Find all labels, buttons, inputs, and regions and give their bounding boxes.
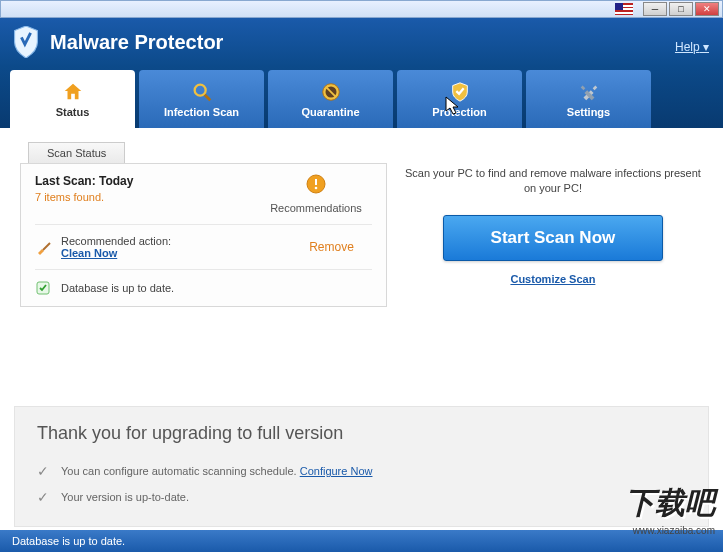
tools-icon	[578, 81, 600, 103]
tab-label: Quarantine	[301, 106, 359, 118]
svg-point-0	[194, 84, 205, 95]
tab-quarantine[interactable]: Quarantine	[268, 70, 393, 128]
scan-status-panel: Scan Status Last Scan: Today 7 items fou…	[20, 142, 387, 396]
upgrade-title: Thank you for upgrading to full version	[37, 423, 686, 444]
shield-check-icon	[449, 81, 471, 103]
remove-text[interactable]: Remove	[309, 240, 354, 254]
upgrade-row: ✓ Your version is up-to-date.	[37, 484, 686, 510]
check-icon: ✓	[37, 463, 49, 479]
tab-status[interactable]: Status	[10, 70, 135, 128]
check-icon: ✓	[37, 489, 49, 505]
window-titlebar: ─ □ ✕	[0, 0, 723, 18]
configure-now-link[interactable]: Configure Now	[300, 465, 373, 477]
svg-line-8	[43, 243, 50, 250]
items-found-text: 7 items found.	[35, 191, 133, 203]
app-title: Malware Protector	[50, 31, 223, 54]
upgrade-row: ✓ You can configure automatic scanning s…	[37, 458, 686, 484]
warning-icon	[306, 174, 326, 194]
scan-status-box: Last Scan: Today 7 items found. Recommen…	[20, 163, 387, 307]
tab-label: Protection	[432, 106, 486, 118]
svg-point-7	[315, 187, 318, 190]
minimize-button[interactable]: ─	[643, 2, 667, 16]
recommendations-label: Recommendations	[270, 202, 362, 214]
tab-protection[interactable]: Protection	[397, 70, 522, 128]
database-ok-icon	[35, 280, 51, 296]
close-button[interactable]: ✕	[695, 2, 719, 16]
prohibited-icon	[320, 81, 342, 103]
shield-logo-icon	[12, 26, 40, 58]
flag-icon[interactable]	[615, 3, 633, 15]
upgrade-panel: Thank you for upgrading to full version …	[14, 406, 709, 527]
maximize-button[interactable]: □	[669, 2, 693, 16]
database-status-text: Database is up to date.	[61, 282, 174, 294]
clean-now-link[interactable]: Clean Now	[61, 247, 171, 259]
help-link[interactable]: Help ▾	[675, 40, 709, 54]
app-header: Malware Protector Help ▾	[0, 18, 723, 66]
home-icon	[62, 81, 84, 103]
tab-label: Status	[56, 106, 90, 118]
tab-label: Settings	[567, 106, 610, 118]
content-area: Scan Status Last Scan: Today 7 items fou…	[0, 128, 723, 406]
svg-line-1	[204, 94, 210, 100]
broom-icon	[35, 238, 53, 256]
start-scan-button[interactable]: Start Scan Now	[443, 215, 663, 261]
main-tabs: Status Infection Scan Quarantine Protect…	[0, 66, 723, 128]
scan-status-tab[interactable]: Scan Status	[28, 142, 125, 163]
upgrade-line2-text: Your version is up-to-date.	[61, 491, 189, 503]
statusbar-text: Database is up to date.	[12, 535, 125, 547]
scan-description: Scan your PC to find and remove malware …	[403, 166, 703, 197]
magnifier-icon	[191, 81, 213, 103]
upgrade-line1-text: You can configure automatic scanning sch…	[61, 465, 297, 477]
last-scan-label: Last Scan: Today	[35, 174, 133, 188]
tab-settings[interactable]: Settings	[526, 70, 651, 128]
scan-action-panel: Scan your PC to find and remove malware …	[403, 142, 703, 396]
status-bar: Database is up to date.	[0, 530, 723, 552]
customize-scan-link[interactable]: Customize Scan	[510, 273, 595, 285]
tab-label: Infection Scan	[164, 106, 239, 118]
recommended-action-label: Recommended action:	[61, 235, 171, 247]
tab-infection-scan[interactable]: Infection Scan	[139, 70, 264, 128]
